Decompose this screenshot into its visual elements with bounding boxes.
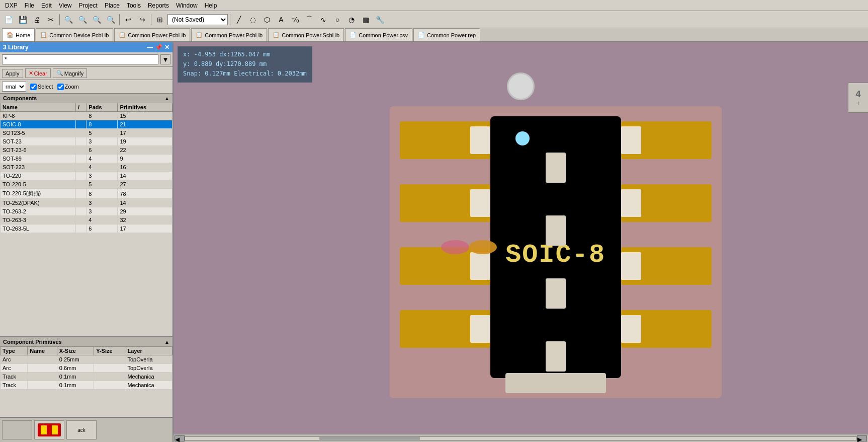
home-icon: 🏠 [7,32,14,38]
zoom-checkbox-label[interactable]: Zoom [57,84,79,90]
scroll-thumb[interactable] [319,437,420,440]
select-checkbox-label[interactable]: Select [30,84,53,90]
clear-button[interactable]: ✕ Clear [25,68,51,78]
type-dropdown[interactable]: rmal [2,82,26,92]
panel-pin[interactable]: 📌 [155,44,162,51]
table-row[interactable]: SOT-23-6 6 22 [1,146,172,155]
comp-slash [76,180,86,189]
table-row[interactable]: SOIC-8 8 21 [1,120,172,129]
comp-name: KP-8 [1,112,76,120]
zoom-out-button[interactable]: 🔍 [76,13,89,26]
primitives-table[interactable]: Type Name X-Size Y-Size Layer Arc 0.25mm… [0,346,172,417]
panel-minimize[interactable]: — [147,44,153,51]
menu-place[interactable]: Place [102,1,123,10]
table-row[interactable]: TO-220-5 5 27 [1,180,172,189]
chip-button[interactable]: 🔧 [373,13,386,26]
panel-close[interactable]: ✕ [164,44,169,51]
table-row[interactable]: SOT23-5 5 17 [1,129,172,137]
table-row[interactable]: Arc 0.6mm TopOverla [1,364,172,373]
scroll-right[interactable]: ▶ [857,435,867,441]
grid-button[interactable]: ⊞ [153,13,166,26]
menu-edit[interactable]: Edit [38,1,55,10]
tab-home[interactable]: 🏠 Home [2,28,35,41]
menu-dxp[interactable]: DXP [2,1,21,10]
comp-slash [76,172,86,180]
arc-button[interactable]: ◌ [246,13,259,26]
pcb-scrollbar[interactable]: ◀ ▶ [173,434,868,442]
menu-view[interactable]: View [56,1,75,10]
table-row[interactable]: KP-8 8 15 [1,112,172,120]
table-row[interactable]: TO-220 3 14 [1,172,172,180]
redo-button[interactable]: ↪ [136,13,149,26]
menu-file[interactable]: File [22,1,37,10]
menu-tools[interactable]: Tools [124,1,144,10]
components-table[interactable]: Name / Pads Primitives KP-8 8 15 SOIC-8 … [0,103,172,336]
new-button[interactable]: 📄 [2,13,15,26]
pcblib-icon-3: 📋 [196,32,203,38]
scroll-track[interactable] [185,436,857,440]
svg-point-3 [441,240,469,254]
tab-common-power-csv[interactable]: 📄 Common Power.csv [345,28,412,41]
components-collapse[interactable]: ▲ [164,96,169,101]
wave-button[interactable]: ∿ [317,13,330,26]
pcb-canvas[interactable]: x: -4.953 dx:1265.047 mm y: 0.889 dy:127… [173,42,868,442]
table-row[interactable]: TO-252(DPAK) 3 14 [1,199,172,207]
cut-button[interactable]: ✂ [44,13,57,26]
comp-primitives: 9 [118,155,172,163]
search-input[interactable] [2,54,158,64]
zoom-fit-button[interactable]: 🔍 [90,13,103,26]
prim-col-layer: Layer [125,347,172,355]
table-row[interactable]: TO-263-3 4 32 [1,216,172,225]
select-checkbox[interactable] [30,84,37,90]
comp-primitives: 16 [118,163,172,172]
text-button[interactable]: A [275,13,288,26]
menu-reports[interactable]: Reports [145,1,172,10]
table-row[interactable]: TO-263-2 3 29 [1,207,172,216]
num-button[interactable]: ⁺⁄₀ [289,13,302,26]
magnify-button[interactable]: 🔍 Magnify [53,68,88,78]
line-button[interactable]: ╱ [232,13,245,26]
right-panel-toggle[interactable]: 4 + [848,83,868,113]
layout-button[interactable]: ▦ [359,13,372,26]
table-row[interactable]: SOT-89 4 9 [1,155,172,163]
components-data-table: Name / Pads Primitives KP-8 8 15 SOIC-8 … [0,103,172,233]
bottom-btn-1[interactable] [2,420,32,439]
bottom-btn-2[interactable] [34,420,64,439]
poly-button[interactable]: ⬡ [261,13,274,26]
print-button[interactable]: 🖨 [30,13,43,26]
menu-project[interactable]: Project [76,1,101,10]
zoom-checkbox[interactable] [57,84,64,90]
table-row[interactable]: TO-263-5L 6 17 [1,225,172,233]
table-row[interactable]: SOT-223 4 16 [1,163,172,172]
table-row[interactable]: TO-220-5(斜插) 8 78 [1,189,172,199]
zoom-in-button[interactable]: 🔍 [62,13,75,26]
toolbar: 📄 💾 🖨 ✂ 🔍 🔍 🔍 🔍 ↩ ↪ ⊞ (Not Saved) ╱ ◌ ⬡ … [0,11,868,28]
table-row[interactable]: Track 0.1mm Mechanica [1,381,172,390]
table-row[interactable]: Track 0.1mm Mechanica [1,373,172,381]
tab-common-power-schlib[interactable]: 📋 Common Power.SchLib [268,28,344,41]
tabsbar: 🏠 Home 📋 Common Device.PcbLib 📋 Common P… [0,28,868,42]
menu-window[interactable]: Window [173,1,201,10]
tab-common-device[interactable]: 📋 Common Device.PcbLib [36,28,113,41]
comp-primitives: 14 [118,199,172,207]
scroll-left[interactable]: ◀ [175,435,185,441]
tab-common-power-rep[interactable]: 📄 Common Power.rep [413,28,480,41]
tab-common-power-rep-label: Common Power.rep [427,32,476,38]
menu-help[interactable]: Help [202,1,220,10]
primitives-collapse[interactable]: ▲ [164,339,169,345]
not-saved-dropdown[interactable]: (Not Saved) [167,14,228,25]
tab-common-power-1[interactable]: 📋 Common Power.PcbLib [114,28,190,41]
table-row[interactable]: SOT-23 3 19 [1,137,172,146]
tab-common-power-2[interactable]: 📋 Common Power.PcbLib [191,28,267,41]
zoom-area-button[interactable]: 🔍 [104,13,117,26]
table-row[interactable]: Arc 0.25mm TopOverla [1,355,172,364]
save-button[interactable]: 💾 [16,13,29,26]
search-dropdown-button[interactable]: ▼ [160,54,170,64]
bottom-btn-3[interactable]: ack [66,420,97,439]
apply-button[interactable]: Apply [2,69,23,78]
undo-button[interactable]: ↩ [122,13,135,26]
clock-button[interactable]: ◔ [345,13,358,26]
tab-common-power-1-label: Common Power.PcbLib [128,32,186,38]
undo2-button[interactable]: ⌒ [303,13,316,26]
circle-button[interactable]: ○ [331,13,344,26]
